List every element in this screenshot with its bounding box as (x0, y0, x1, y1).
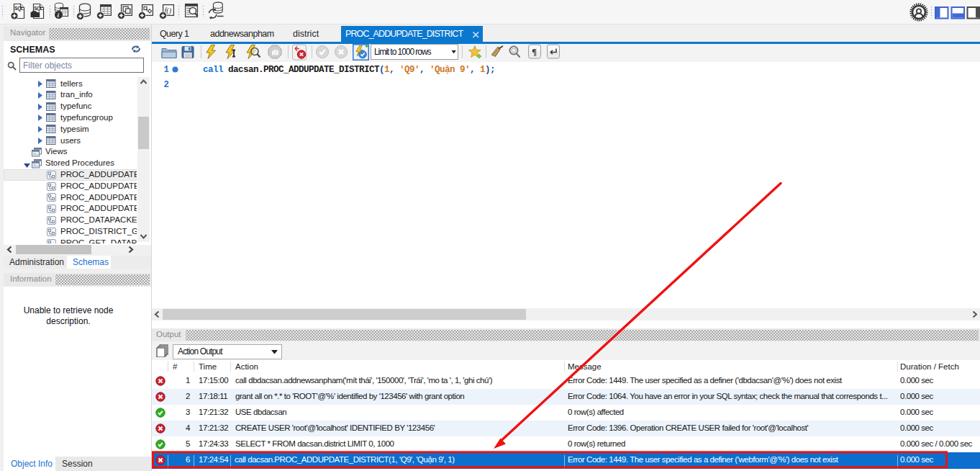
svg-text:¶: ¶ (532, 46, 537, 57)
